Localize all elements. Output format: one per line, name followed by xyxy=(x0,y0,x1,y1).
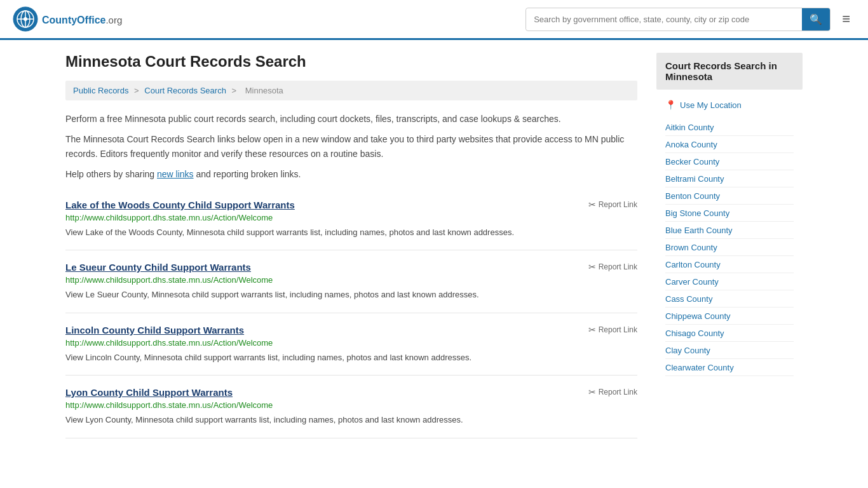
page-title: Minnesota Court Records Search xyxy=(65,53,637,71)
result-desc: View Lincoln County, Minnesota child sup… xyxy=(65,351,637,364)
county-link[interactable]: Brown County xyxy=(665,243,717,252)
report-icon: ✂ xyxy=(588,325,596,335)
result-url[interactable]: http://www.childsupport.dhs.state.mn.us/… xyxy=(65,275,637,285)
search-input[interactable] xyxy=(526,10,802,29)
result-desc: View Le Sueur County, Minnesota child su… xyxy=(65,288,637,301)
county-link[interactable]: Beltrami County xyxy=(665,174,724,184)
sidebar-title: Court Records Search in Minnesota xyxy=(656,53,803,90)
result-title[interactable]: Lake of the Woods County Child Support W… xyxy=(65,200,295,210)
county-link[interactable]: Benton County xyxy=(665,191,720,201)
list-item: Blue Earth County xyxy=(665,222,794,239)
location-pin-icon: 📍 xyxy=(665,100,676,110)
county-link[interactable]: Chisago County xyxy=(665,329,724,338)
menu-icon[interactable]: ≡ xyxy=(837,8,855,30)
use-my-location[interactable]: 📍 Use My Location xyxy=(656,96,803,114)
result-url[interactable]: http://www.childsupport.dhs.state.mn.us/… xyxy=(65,338,637,348)
county-list: Aitkin County Anoka County Becker County… xyxy=(656,119,803,376)
result-item: Lincoln County Child Support Warrants ✂ … xyxy=(65,313,637,376)
breadcrumb-court-records[interactable]: Court Records Search xyxy=(144,86,226,95)
county-link[interactable]: Carlton County xyxy=(665,260,721,269)
svg-point-5 xyxy=(24,17,27,21)
new-links-link[interactable]: new links xyxy=(157,169,194,179)
report-link[interactable]: ✂ Report Link xyxy=(588,200,637,210)
logo-text: CountyOffice.org xyxy=(42,12,122,27)
main-container: Minnesota Court Records Search Public Re… xyxy=(53,40,815,451)
breadcrumb-public-records[interactable]: Public Records xyxy=(73,86,128,95)
report-icon: ✂ xyxy=(588,200,596,210)
list-item: Becker County xyxy=(665,153,794,170)
county-link[interactable]: Aitkin County xyxy=(665,123,714,132)
result-item: Le Sueur County Child Support Warrants ✂… xyxy=(65,250,637,313)
county-link[interactable]: Blue Earth County xyxy=(665,226,733,235)
report-link[interactable]: ✂ Report Link xyxy=(588,387,637,397)
list-item: Cass County xyxy=(665,290,794,308)
county-link[interactable]: Cass County xyxy=(665,294,712,304)
sidebar: Court Records Search in Minnesota 📍 Use … xyxy=(656,53,803,438)
report-link[interactable]: ✂ Report Link xyxy=(588,262,637,272)
result-item: Lyon County Child Support Warrants ✂ Rep… xyxy=(65,376,637,438)
header-right: 🔍 ≡ xyxy=(526,8,855,31)
result-item: Lake of the Woods County Child Support W… xyxy=(65,188,637,251)
report-link[interactable]: ✂ Report Link xyxy=(588,325,637,335)
site-header: CountyOffice.org 🔍 ≡ xyxy=(0,0,868,40)
county-link[interactable]: Chippewa County xyxy=(665,311,731,321)
list-item: Carlton County xyxy=(665,256,794,273)
intro-paragraph-1: Perform a free Minnesota public court re… xyxy=(65,112,637,126)
result-desc: View Lyon County, Minnesota child suppor… xyxy=(65,414,637,426)
search-bar: 🔍 xyxy=(526,8,831,31)
list-item: Benton County xyxy=(665,187,794,205)
list-item: Chisago County xyxy=(665,325,794,342)
list-item: Chippewa County xyxy=(665,308,794,325)
list-item: Carver County xyxy=(665,273,794,290)
county-link[interactable]: Carver County xyxy=(665,277,719,287)
breadcrumb: Public Records > Court Records Search > … xyxy=(65,81,637,100)
intro-paragraph-3: Help others by sharing new links and rep… xyxy=(65,167,637,181)
county-link[interactable]: Big Stone County xyxy=(665,208,729,218)
county-link[interactable]: Clay County xyxy=(665,346,710,355)
list-item: Clearwater County xyxy=(665,359,794,376)
report-icon: ✂ xyxy=(588,262,596,272)
list-item: Big Stone County xyxy=(665,205,794,222)
search-button[interactable]: 🔍 xyxy=(802,8,830,30)
results-list: Lake of the Woods County Child Support W… xyxy=(65,188,637,438)
result-url[interactable]: http://www.childsupport.dhs.state.mn.us/… xyxy=(65,213,637,222)
result-title[interactable]: Lincoln County Child Support Warrants xyxy=(65,325,244,336)
intro-paragraph-2: The Minnesota Court Records Search links… xyxy=(65,132,637,161)
county-link[interactable]: Becker County xyxy=(665,157,719,166)
list-item: Beltrami County xyxy=(665,170,794,187)
report-icon: ✂ xyxy=(588,387,596,397)
breadcrumb-minnesota: Minnesota xyxy=(245,86,283,95)
list-item: Aitkin County xyxy=(665,119,794,136)
result-url[interactable]: http://www.childsupport.dhs.state.mn.us/… xyxy=(65,400,637,410)
list-item: Anoka County xyxy=(665,136,794,153)
county-link[interactable]: Clearwater County xyxy=(665,363,734,372)
content-area: Minnesota Court Records Search Public Re… xyxy=(65,53,637,438)
result-title[interactable]: Le Sueur County Child Support Warrants xyxy=(65,262,251,273)
county-link[interactable]: Anoka County xyxy=(665,140,717,149)
list-item: Clay County xyxy=(665,342,794,359)
logo-icon xyxy=(13,6,38,32)
result-title[interactable]: Lyon County Child Support Warrants xyxy=(65,387,233,398)
logo[interactable]: CountyOffice.org xyxy=(13,6,122,32)
list-item: Brown County xyxy=(665,239,794,256)
result-desc: View Lake of the Woods County, Minnesota… xyxy=(65,226,637,239)
